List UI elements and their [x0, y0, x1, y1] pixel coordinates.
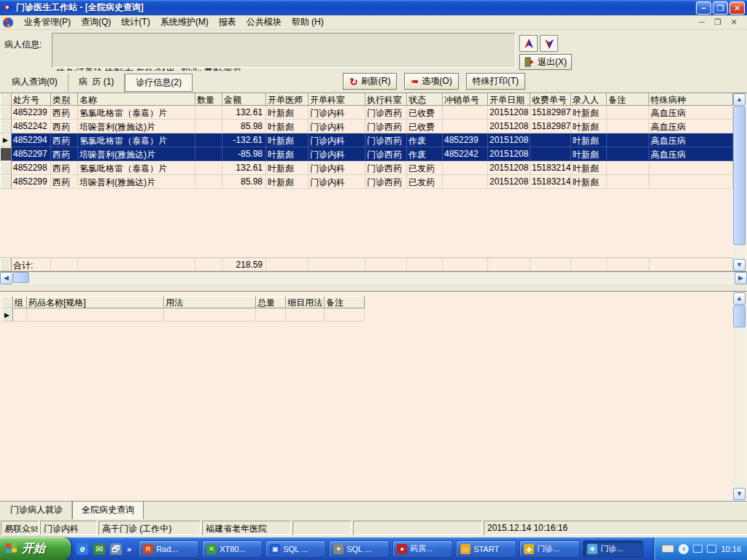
- column-header[interactable]: 开单科室: [309, 93, 365, 106]
- table-row[interactable]: 4852298西药氢氯吡格雷（泰嘉）片132.61叶新彪门诊内科门诊西药已发药2…: [0, 161, 733, 175]
- detail-column-header[interactable]: 组: [13, 296, 27, 308]
- restore-button[interactable]: ❐: [713, 1, 728, 15]
- keyboard-layout-icon[interactable]: [662, 545, 674, 553]
- table-cell: [649, 175, 733, 189]
- scroll-right-icon[interactable]: ▶: [735, 272, 747, 284]
- table-cell: 已发药: [407, 161, 443, 175]
- show-desktop-icon[interactable]: 🗗: [110, 543, 122, 555]
- options-button[interactable]: ➠ 选项(O): [404, 73, 458, 90]
- detail-scroll-thumb[interactable]: [733, 306, 746, 327]
- column-header[interactable]: 名称: [78, 93, 196, 106]
- workspace-tab-1[interactable]: 全院病史查询: [72, 501, 144, 519]
- quick-launch-overflow-icon[interactable]: »: [127, 545, 131, 553]
- table-cell: -132.61: [222, 133, 266, 147]
- table-row[interactable]: ▶4852294西药氢氯吡格雷（泰嘉）片-132.61叶新彪门诊内科门诊西药作废…: [0, 133, 733, 147]
- column-header[interactable]: 录入人: [571, 93, 607, 106]
- taskbar-clock: 10:16: [721, 545, 741, 553]
- grid-scroll-thumb[interactable]: [733, 106, 746, 245]
- special-print-button-label: 特殊打印(T): [473, 75, 519, 88]
- splitter[interactable]: [0, 284, 747, 291]
- close-button[interactable]: ✕: [729, 1, 745, 15]
- tab-2[interactable]: 诊疗信息(2): [125, 74, 193, 92]
- menu-item-5[interactable]: 公共模块: [241, 15, 287, 30]
- detail-vertical-scrollbar[interactable]: ▲ ▼: [733, 292, 746, 500]
- outlook-icon[interactable]: ✉: [93, 543, 105, 555]
- taskbar-button-3[interactable]: ✦SQL ...: [329, 540, 390, 558]
- scroll-down-icon[interactable]: ▼: [733, 259, 746, 271]
- column-header[interactable]: 备注: [607, 93, 649, 106]
- mdi-restore-button[interactable]: ❐: [712, 18, 724, 27]
- previous-patient-button[interactable]: [519, 35, 538, 52]
- detail-column-header[interactable]: 总量: [256, 296, 286, 308]
- table-cell: 西药: [51, 106, 78, 120]
- detail-empty-row[interactable]: ▶: [1, 308, 365, 322]
- column-header[interactable]: 特殊病种: [649, 93, 733, 106]
- refresh-button[interactable]: ↻ 刷新(R): [343, 73, 397, 90]
- exit-button[interactable]: 退出(X): [519, 54, 572, 70]
- grid-horizontal-scrollbar[interactable]: ◀ ▶: [0, 272, 747, 284]
- table-row[interactable]: 4852299西药培哚普利(雅施达)片85.98叶新彪门诊内科门诊西药已发药20…: [0, 175, 733, 189]
- menu-item-3[interactable]: 系统维护(M): [155, 15, 214, 30]
- menu-item-4[interactable]: 报表: [214, 15, 241, 30]
- detail-column-header[interactable]: 备注: [325, 296, 365, 308]
- menubar: 业务管理(P)查询(Q)统计(T)系统维护(M)报表公共模块帮助 (H) ─ ❐…: [0, 15, 747, 30]
- taskbar-button-6[interactable]: ◆门诊...: [519, 540, 580, 558]
- column-header[interactable]: 类别: [51, 93, 78, 106]
- table-cell: [196, 106, 222, 120]
- table-cell: [607, 120, 649, 133]
- column-header[interactable]: 冲销单号: [443, 93, 488, 106]
- scroll-up-icon[interactable]: ▲: [733, 292, 746, 305]
- column-header[interactable]: 处方号: [12, 93, 51, 106]
- table-row[interactable]: 4852239西药氢氯吡格雷（泰嘉）片132.61叶新彪门诊内科门诊西药已收费2…: [0, 106, 733, 120]
- table-cell: 西药: [51, 133, 78, 147]
- prescription-grid: 处方号类别名称数量金额开单医师开单科室执行科室状态冲销单号开单日期收费单号录入人…: [0, 93, 733, 271]
- tab-0[interactable]: 病人查询(0): [1, 74, 69, 92]
- workspace-tab-0[interactable]: 门诊病人就诊: [1, 502, 72, 519]
- network-status-icon[interactable]: [707, 545, 716, 553]
- scroll-up-icon[interactable]: ▲: [733, 93, 746, 106]
- taskbar-button-4[interactable]: ●药房...: [392, 540, 453, 558]
- minimize-button[interactable]: −: [696, 1, 711, 15]
- network-status-icon[interactable]: [693, 545, 703, 553]
- taskbar-button-0[interactable]: RRad...: [139, 540, 199, 558]
- next-patient-button[interactable]: [540, 35, 558, 52]
- taskbar-button-7[interactable]: ❖门诊...: [583, 540, 643, 558]
- scroll-down-icon[interactable]: ▼: [733, 488, 746, 500]
- tab-1[interactable]: 病 历 (1): [69, 74, 125, 92]
- mdi-minimize-button[interactable]: ─: [696, 18, 708, 27]
- menu-item-1[interactable]: 查询(Q): [76, 15, 116, 30]
- detail-column-header[interactable]: 用法: [164, 296, 256, 308]
- column-header[interactable]: 开单日期: [488, 93, 530, 106]
- column-header[interactable]: 金额: [222, 93, 266, 106]
- taskbar-button-1[interactable]: ✕XT80...: [202, 540, 263, 558]
- start-button[interactable]: 开始: [0, 537, 71, 560]
- tray-collapse-icon[interactable]: ‹: [678, 544, 689, 554]
- menu-item-2[interactable]: 统计(T): [116, 15, 155, 30]
- status-panel-6: 2015.12.14 10:16:16: [484, 521, 747, 535]
- special-print-button[interactable]: 特殊打印(T): [466, 73, 525, 90]
- table-cell: 20151208: [488, 175, 530, 189]
- table-cell: 培哚普利(雅施达)片: [78, 175, 196, 189]
- taskbar-button-5[interactable]: ▭START: [456, 540, 516, 558]
- scroll-left-icon[interactable]: ◀: [0, 272, 12, 284]
- table-row[interactable]: 4852297西药培哚普利(雅施达)片-85.98叶新彪门诊内科门诊西药作废48…: [0, 147, 733, 161]
- mdi-close-button[interactable]: ✕: [728, 18, 740, 27]
- menu-item-6[interactable]: 帮助 (H): [287, 15, 329, 30]
- column-header[interactable]: 收费单号: [530, 93, 571, 106]
- menu-item-0[interactable]: 业务管理(P): [19, 15, 76, 30]
- column-header[interactable]: 状态: [407, 93, 443, 106]
- table-cell: 氢氯吡格雷（泰嘉）片: [78, 133, 196, 147]
- internet-explorer-icon[interactable]: e: [77, 543, 88, 555]
- taskbar-button-2[interactable]: ▣SQL ...: [266, 540, 326, 558]
- grid-vertical-scrollbar[interactable]: ▲ ▼: [733, 93, 746, 271]
- detail-cell: [286, 308, 325, 322]
- hscroll-thumb[interactable]: [13, 272, 29, 283]
- detail-column-header[interactable]: 药品名称[规格]: [27, 296, 164, 308]
- column-header[interactable]: 执行科室: [365, 93, 407, 106]
- detail-column-header[interactable]: 细目用法: [286, 296, 325, 308]
- column-header[interactable]: 开单医师: [266, 93, 309, 106]
- grid-corner-cell: [1, 296, 13, 308]
- column-header[interactable]: 数量: [196, 93, 222, 106]
- table-row[interactable]: 4852242西药培哚普利(雅施达)片85.98叶新彪门诊内科门诊西药已收费20…: [0, 120, 733, 133]
- table-cell: 叶新彪: [266, 175, 309, 189]
